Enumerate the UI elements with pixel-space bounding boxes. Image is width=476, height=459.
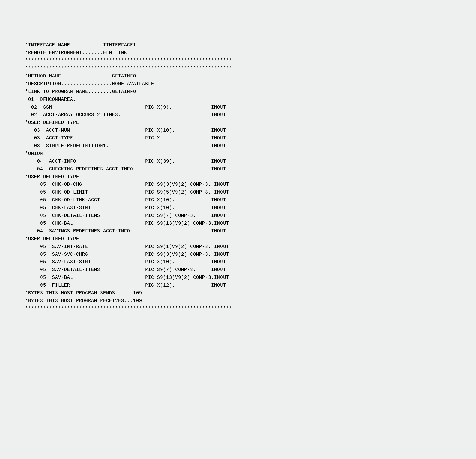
code-line: 05 SAV-DETAIL-ITEMS PIC S9(7) COMP-3. IN… bbox=[25, 266, 476, 274]
code-line: *USER DEFINED TYPE bbox=[25, 173, 476, 181]
code-line: 05 CHK-BAL PIC S9(13)V9(2) COMP-3.INOUT bbox=[25, 220, 476, 227]
code-line: 05 CHK-OD-CHG PIC S9(3)V9(2) COMP-3. INO… bbox=[25, 181, 476, 189]
code-line: *UNION bbox=[25, 150, 476, 158]
code-line: ****************************************… bbox=[25, 305, 476, 313]
code-line: 01 DFHCOMMAREA. bbox=[25, 96, 476, 104]
code-line: 03 SIMPLE-REDEFINITION1. INOUT bbox=[25, 142, 476, 150]
code-line: 02 SSN PIC X(9). INOUT bbox=[25, 104, 476, 111]
code-line: 04 CHECKING REDEFINES ACCT-INFO. INOUT bbox=[25, 165, 476, 173]
code-line: *METHOD NAME.................GETAINFO bbox=[25, 72, 476, 80]
code-line: 04 ACCT-INFO PIC X(39). INOUT bbox=[25, 158, 476, 165]
code-line: 05 SAV-LAST-STMT PIC X(10). INOUT bbox=[25, 258, 476, 266]
code-line: 03 ACCT-TYPE PIC X. INOUT bbox=[25, 134, 476, 142]
code-line: 03 ACCT-NUM PIC X(10). INOUT bbox=[25, 127, 476, 134]
code-line: 05 SAV-BAL PIC S9(13)V9(2) COMP-3.INOUT bbox=[25, 274, 476, 282]
code-line: 05 CHK-LAST-STMT PIC X(10). INOUT bbox=[25, 204, 476, 212]
code-line: *BYTES THIS HOST PROGRAM SENDS......109 bbox=[25, 289, 476, 297]
code-line: *BYTES THIS HOST PROGRAM RECEIVES...109 bbox=[25, 297, 476, 305]
code-line: 05 CHK-DETAIL-ITEMS PIC S9(7) COMP-3. IN… bbox=[25, 212, 476, 220]
code-line: 04 SAVINGS REDEFINES ACCT-INFO. INOUT bbox=[25, 227, 476, 235]
code-listing: *INTERFACE NAME...........IINTERFACE1*RE… bbox=[0, 39, 476, 317]
code-line: 02 ACCT-ARRAY OCCURS 2 TIMES. INOUT bbox=[25, 111, 476, 119]
code-line: *USER DEFINED TYPE bbox=[25, 235, 476, 243]
code-line: 05 SAV-SVC-CHRG PIC S9(3)V9(2) COMP-3. I… bbox=[25, 251, 476, 259]
code-line: 05 CHK-OD-LINK-ACCT PIC X(10). INOUT bbox=[25, 196, 476, 204]
code-line: *REMOTE ENVIRONMENT.......ELM LINK bbox=[25, 49, 476, 57]
code-line: 05 SAV-INT-RATE PIC S9(1)V9(2) COMP-3. I… bbox=[25, 243, 476, 251]
code-line: ****************************************… bbox=[25, 65, 476, 72]
code-line: 05 FILLER PIC X(12). INOUT bbox=[25, 282, 476, 289]
code-line: ****************************************… bbox=[25, 57, 476, 65]
code-line: *USER DEFINED TYPE bbox=[25, 119, 476, 127]
code-line: *DESCRIPTION.................NONE AVAILA… bbox=[25, 80, 476, 88]
code-line: *INTERFACE NAME...........IINTERFACE1 bbox=[25, 41, 476, 49]
code-line: *LINK TO PROGRAM NAME........GETAINFO bbox=[25, 88, 476, 96]
code-line: 05 CHK-OD-LIMIT PIC S9(5)V9(2) COMP-3. I… bbox=[25, 189, 476, 196]
